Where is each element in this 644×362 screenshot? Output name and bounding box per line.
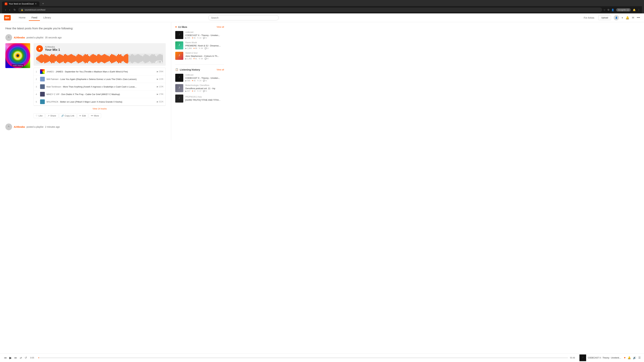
new-tab-button[interactable]: + xyxy=(41,1,45,6)
sidebar-item-thumb[interactable]: ♪ xyxy=(175,31,183,39)
plays-stat: ▶ 595 xyxy=(185,37,190,39)
player-thumb[interactable]: ♪ xyxy=(580,355,586,361)
skip-forward-button[interactable]: ⏭ xyxy=(14,356,18,360)
sc-header: Home Feed Library For Artists Upload 👤 ▾… xyxy=(0,13,644,22)
copy-link-button[interactable]: 🔗 Copy Link xyxy=(59,113,77,118)
track-item[interactable]: 2 Will Palmieri - Lose You Again (Elepha… xyxy=(34,75,166,83)
profile-icon[interactable]: 👤 xyxy=(611,8,614,11)
sidebar-item-artist[interactable]: Sweet & Sour xyxy=(185,52,224,54)
sc-app: Home Feed Library For Artists Upload 👤 ▾… xyxy=(0,13,644,362)
sidebar-item-title[interactable]: CODECAST X - Theony - Unrelen... xyxy=(185,34,224,37)
svg-rect-103 xyxy=(138,54,139,63)
sidebar-item-title[interactable]: [HARD TRUTH] TITHE AND TITHI... xyxy=(185,99,224,102)
sidebar-item-title[interactable]: CODECAST X - Theony - Unrelen... xyxy=(185,77,224,80)
sidebar-item-title[interactable]: Jono Stephenson - Colours In Th... xyxy=(185,55,224,58)
track-item[interactable]: 1 JAMES - JAMES - September for You (Thr… xyxy=(34,68,166,75)
waveform[interactable]: 2:36 xyxy=(36,54,163,64)
history-view-all[interactable]: View all xyxy=(216,68,224,71)
track-item[interactable]: 5 WVLFPACK - Better on Lean (Pitbull X M… xyxy=(34,98,166,105)
edit-button[interactable]: ✏ Edit xyxy=(77,113,88,118)
svg-rect-30 xyxy=(54,54,54,63)
track-user: A24beaba xyxy=(45,45,60,48)
more-options-icon[interactable]: ••• xyxy=(637,16,640,19)
svg-rect-18 xyxy=(40,55,41,62)
sidebar-item-thumb[interactable]: ♪ xyxy=(175,74,183,82)
sidebar-item-artist[interactable]: Raven Musik xyxy=(185,41,224,44)
svg-rect-54 xyxy=(81,55,82,62)
sidebar-item-artist[interactable]: codecast xyxy=(185,31,224,33)
nav-feed[interactable]: Feed xyxy=(29,15,40,21)
play-button[interactable] xyxy=(36,45,43,52)
second-post-time: 2 minutes ago xyxy=(45,125,60,128)
skip-back-button[interactable]: ⏮ xyxy=(3,356,8,360)
for-artists-link[interactable]: For Artists xyxy=(582,16,596,20)
svg-rect-64 xyxy=(93,54,94,63)
more-button[interactable]: ••• More xyxy=(89,113,101,118)
extensions-icon[interactable]: ⧉ xyxy=(608,8,609,11)
share-button[interactable]: ↗ Share xyxy=(46,113,58,118)
menu-icon[interactable]: ⋮ xyxy=(638,8,640,11)
nav-home[interactable]: Home xyxy=(16,15,28,21)
volume-icon[interactable]: 🔊 xyxy=(633,356,636,359)
second-post-avatar[interactable]: A xyxy=(5,123,12,130)
reload-button[interactable]: ↻ xyxy=(12,7,17,12)
upload-button[interactable]: Upload xyxy=(598,15,611,20)
like-button[interactable]: ♡ Like xyxy=(34,113,45,118)
star-icon[interactable]: ☆ xyxy=(604,8,606,11)
player-bell-icon[interactable]: 🔔 xyxy=(628,356,631,359)
sidebar-item-thumb[interactable]: ♪ xyxy=(175,94,183,103)
svg-rect-74 xyxy=(104,54,105,63)
avatar-dropdown-icon[interactable]: ▾ xyxy=(622,16,623,19)
svg-rect-52 xyxy=(79,54,80,63)
messages-icon[interactable]: ✉ xyxy=(632,16,634,19)
svg-rect-102 xyxy=(136,54,138,63)
address-bar[interactable]: 🔒 soundcloud.com/feed xyxy=(18,7,602,12)
tab-close-button[interactable]: ✕ xyxy=(35,2,37,5)
notifications-icon[interactable]: 🔔 xyxy=(633,8,636,11)
post-user-avatar[interactable]: A xyxy=(5,34,12,41)
sidebar-item-thumb[interactable]: ♪ xyxy=(175,84,183,92)
svg-rect-53 xyxy=(80,55,81,62)
sidebar-item-title[interactable]: Densiflora podcast vol. 11 - Iny xyxy=(185,87,224,90)
sidebar-item-artist[interactable]: Biotechnologia / Densiflora xyxy=(185,84,224,86)
sidebar-item-info: codecast CODECAST X - Theony - Unrelen..… xyxy=(185,74,224,82)
svg-rect-110 xyxy=(146,54,147,63)
feed-tagline: Hear the latest posts from the people yo… xyxy=(5,27,166,30)
back-button[interactable]: ‹ xyxy=(4,8,7,12)
track-item[interactable]: 3 Matt Tomlinson - More Than Anything (A… xyxy=(34,83,166,90)
notifications-bell-icon[interactable]: 🔔 xyxy=(626,16,629,19)
player-heart-icon[interactable]: ♥ xyxy=(624,356,626,359)
svg-rect-29 xyxy=(52,55,53,63)
post-meta: A A24beaba posted a playlist 35 seconds … xyxy=(5,34,166,41)
sidebar-item-thumb[interactable]: ♪ xyxy=(175,41,183,49)
sidebar-item-artist[interactable]: codecast xyxy=(185,74,224,76)
svg-rect-27 xyxy=(50,55,51,62)
repeat-button[interactable]: ↺ xyxy=(24,356,28,360)
svg-rect-76 xyxy=(106,55,108,62)
sc-logo[interactable] xyxy=(4,15,11,20)
search-input[interactable] xyxy=(208,15,279,20)
likes-stat: ♥ 91 xyxy=(194,58,197,60)
post-username[interactable]: A24beaba xyxy=(14,36,25,39)
forward-button[interactable]: › xyxy=(8,8,11,12)
shuffle-button[interactable]: ⇄ xyxy=(19,356,23,360)
sidebar-item-artist[interactable]: PRZFM109.2 Asia xyxy=(185,96,224,98)
sidebar-item-stats: ▶ 595 ♥ 65 ↻ 14 💬 2 xyxy=(185,80,224,82)
play-pause-button[interactable]: ▶ xyxy=(9,355,12,360)
svg-rect-32 xyxy=(56,56,57,61)
post-artwork[interactable]: JAMES Mashup xyxy=(5,43,30,68)
svg-rect-109 xyxy=(144,54,146,63)
progress-bar[interactable] xyxy=(38,358,568,358)
user-avatar[interactable]: 👤 xyxy=(614,15,619,20)
likes-view-all[interactable]: View all xyxy=(216,26,224,28)
queue-icon[interactable]: ☰ xyxy=(638,356,641,359)
view-tracks-button[interactable]: View 14 tracks xyxy=(34,106,166,112)
svg-rect-60 xyxy=(88,56,89,62)
track-item[interactable]: 4 MIKEY C VIP - Don Diablo X The Fray - … xyxy=(34,90,166,98)
second-post-username[interactable]: A24beaba xyxy=(14,125,25,128)
sidebar-item-thumb[interactable]: ♪ xyxy=(175,52,183,60)
sidebar-item-title[interactable]: PREMIERE: Nosh & SJ - Dreamsc... xyxy=(185,44,224,47)
sc-main: Hear the latest posts from the people yo… xyxy=(0,22,644,140)
nav-library[interactable]: Library xyxy=(40,15,54,21)
active-tab[interactable]: SC Your feed on SoundCloud ✕ xyxy=(2,1,40,6)
